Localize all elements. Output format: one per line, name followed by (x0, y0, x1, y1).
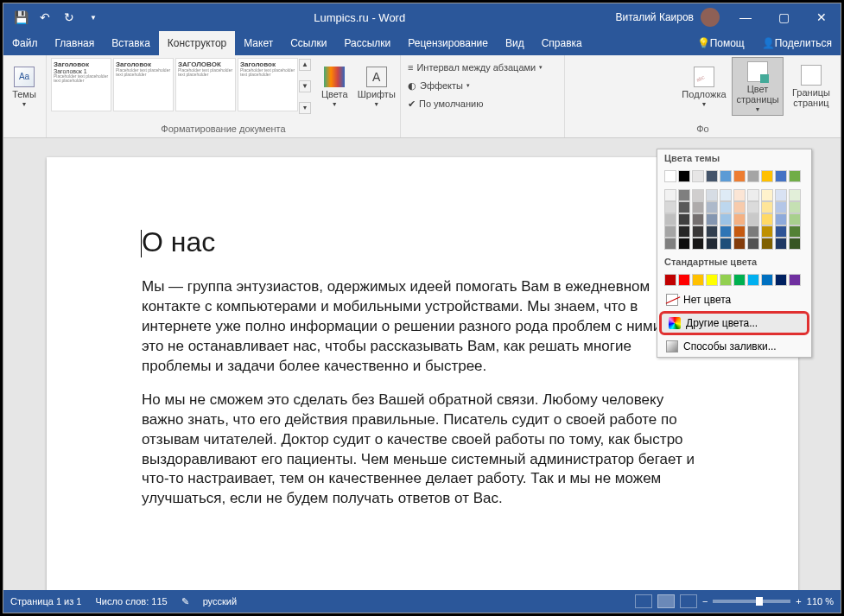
color-swatch[interactable] (761, 170, 773, 182)
undo-icon[interactable]: ↶ (36, 9, 54, 26)
color-swatch[interactable] (733, 189, 746, 201)
color-swatch[interactable] (789, 238, 801, 250)
color-swatch[interactable] (664, 213, 676, 225)
color-swatch[interactable] (706, 238, 718, 250)
style-item[interactable]: ЗаголовокPlaceholder text placeholder te… (113, 58, 174, 111)
tab-home[interactable]: Главная (47, 31, 104, 55)
color-swatch[interactable] (720, 274, 732, 286)
more-colors-item[interactable]: Другие цвета... (659, 311, 809, 335)
share-button[interactable]: 👤 Поделиться (753, 31, 841, 55)
color-swatch[interactable] (789, 201, 801, 213)
tab-layout[interactable]: Макет (235, 31, 282, 55)
color-swatch[interactable] (664, 170, 676, 182)
color-swatch[interactable] (720, 201, 732, 213)
proofing-icon[interactable]: ✎ (181, 596, 189, 607)
tab-references[interactable]: Ссылки (282, 31, 335, 55)
color-swatch[interactable] (733, 213, 746, 225)
color-swatch[interactable] (706, 274, 718, 286)
view-web-button[interactable] (680, 594, 697, 608)
color-swatch[interactable] (761, 213, 773, 225)
fill-effects-item[interactable]: Способы заливки... (657, 336, 811, 357)
page-indicator[interactable]: Страница 1 из 1 (10, 596, 81, 606)
color-swatch[interactable] (775, 225, 787, 238)
effects-button[interactable]: ◐Эффекты ▾ (408, 77, 543, 94)
color-swatch[interactable] (733, 201, 746, 213)
view-print-button[interactable] (657, 594, 675, 608)
color-swatch[interactable] (747, 189, 759, 201)
watermark-button[interactable]: abc Подложка▼ (678, 57, 730, 116)
gallery-scrollers[interactable]: ▲▼▾ (299, 57, 313, 116)
avatar[interactable] (701, 8, 720, 27)
page-color-button[interactable]: Цвет страницы▼ (732, 57, 784, 116)
color-swatch[interactable] (720, 170, 732, 182)
redo-icon[interactable]: ↻ (60, 9, 78, 26)
zoom-level[interactable]: 110 % (807, 596, 834, 606)
tab-view[interactable]: Вид (497, 31, 533, 55)
color-swatch[interactable] (775, 274, 787, 286)
color-swatch[interactable] (720, 189, 732, 201)
color-swatch[interactable] (706, 189, 718, 201)
tab-help[interactable]: Справка (533, 31, 591, 55)
qat-dropdown-icon[interactable]: ▼ (85, 9, 102, 26)
paragraph[interactable]: Но мы не сможем это сделать без Вашей об… (142, 391, 703, 510)
style-gallery[interactable]: ЗаголовокЗаголовок 1Placeholder text pla… (50, 57, 313, 116)
tab-review[interactable]: Рецензирование (399, 31, 497, 55)
color-swatch[interactable] (775, 238, 787, 250)
color-swatch[interactable] (761, 201, 773, 213)
zoom-thumb[interactable] (756, 597, 763, 606)
color-swatch[interactable] (761, 274, 773, 286)
set-default-button[interactable]: ✔По умолчанию (408, 95, 543, 112)
color-swatch[interactable] (692, 225, 704, 238)
color-swatch[interactable] (747, 225, 759, 238)
color-swatch[interactable] (720, 213, 732, 225)
color-swatch[interactable] (775, 213, 787, 225)
color-swatch[interactable] (692, 274, 704, 286)
color-swatch[interactable] (678, 189, 690, 201)
tab-file[interactable]: Файл (3, 31, 47, 55)
style-item[interactable]: ЗаголовокЗаголовок 1Placeholder text pla… (51, 58, 111, 111)
tab-mailings[interactable]: Рассылки (335, 31, 399, 55)
tab-insert[interactable]: Вставка (103, 31, 159, 55)
color-swatch[interactable] (706, 225, 718, 238)
style-item[interactable]: ЗАГОЛОВОКPlaceholder text placeholder te… (175, 58, 236, 111)
color-swatch[interactable] (747, 170, 759, 182)
minimize-button[interactable]: — (727, 3, 765, 31)
color-swatch[interactable] (678, 274, 690, 286)
color-swatch[interactable] (747, 213, 759, 225)
color-swatch[interactable] (761, 189, 773, 201)
page-borders-button[interactable]: Границы страниц (785, 57, 837, 116)
color-swatch[interactable] (664, 201, 676, 213)
color-swatch[interactable] (664, 189, 676, 201)
color-swatch[interactable] (720, 225, 732, 238)
color-swatch[interactable] (720, 238, 732, 250)
color-swatch[interactable] (733, 274, 746, 286)
view-read-button[interactable] (635, 594, 652, 608)
color-swatch[interactable] (692, 170, 704, 182)
color-swatch[interactable] (664, 238, 676, 250)
themes-button[interactable]: Aa Темы ▼ (7, 57, 41, 116)
color-swatch[interactable] (706, 213, 718, 225)
color-swatch[interactable] (747, 238, 759, 250)
zoom-in-button[interactable]: + (796, 596, 801, 606)
paragraph[interactable]: Мы — группа энтузиастов, одержимых идеей… (142, 277, 703, 377)
color-swatch[interactable] (733, 225, 746, 238)
color-swatch[interactable] (706, 201, 718, 213)
word-count[interactable]: Число слов: 115 (95, 596, 167, 606)
color-swatch[interactable] (775, 170, 787, 182)
color-swatch[interactable] (761, 238, 773, 250)
color-swatch[interactable] (678, 201, 690, 213)
zoom-slider[interactable] (713, 600, 790, 603)
colors-button[interactable]: Цвета▼ (314, 57, 355, 116)
maximize-button[interactable]: ▢ (765, 3, 803, 31)
color-swatch[interactable] (747, 201, 759, 213)
color-swatch[interactable] (789, 225, 801, 238)
color-swatch[interactable] (678, 238, 690, 250)
color-swatch[interactable] (789, 170, 801, 182)
tab-design[interactable]: Конструктор (159, 31, 235, 55)
color-swatch[interactable] (789, 213, 801, 225)
color-swatch[interactable] (692, 213, 704, 225)
save-icon[interactable]: 💾 (12, 9, 29, 26)
color-swatch[interactable] (664, 225, 676, 238)
fonts-button[interactable]: A Шрифты▼ (357, 57, 397, 116)
color-swatch[interactable] (775, 201, 787, 213)
